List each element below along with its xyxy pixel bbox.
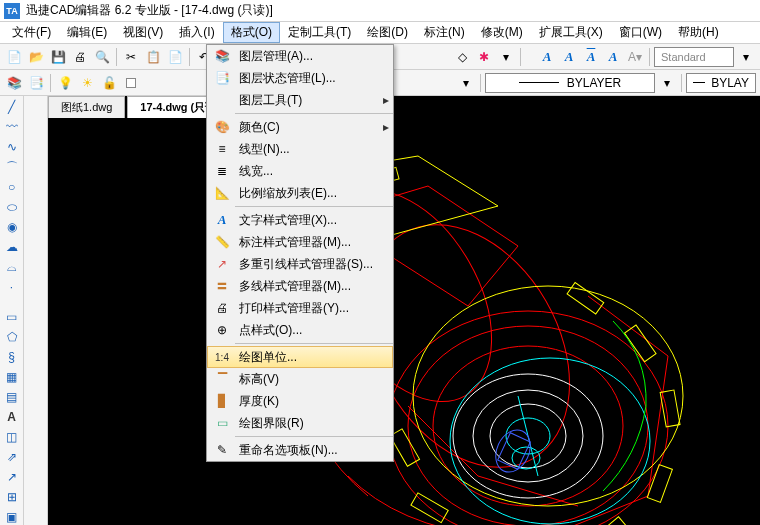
paste-button[interactable]: 📄 bbox=[165, 47, 185, 67]
ellipse-tool[interactable]: ⬭ bbox=[2, 198, 22, 216]
text-style-a1[interactable]: A bbox=[537, 47, 557, 67]
xline-tool[interactable]: ↗ bbox=[2, 468, 22, 486]
svg-rect-14 bbox=[592, 517, 628, 525]
menu-format[interactable]: 格式(O) bbox=[223, 22, 280, 43]
menu-window[interactable]: 窗口(W) bbox=[611, 22, 670, 43]
text-style-icon: A bbox=[211, 211, 233, 229]
menu-linetype[interactable]: ≡ 线型(N)... bbox=[207, 138, 393, 160]
text-style-a3[interactable]: A bbox=[581, 47, 601, 67]
limits-icon: ▭ bbox=[211, 414, 233, 432]
print-preview-button[interactable]: 🔍 bbox=[92, 47, 112, 67]
toolbar-separator bbox=[189, 48, 190, 66]
region-tool[interactable]: ▣ bbox=[2, 508, 22, 525]
app-icon: TA bbox=[4, 3, 20, 19]
cut-button[interactable]: ✂ bbox=[121, 47, 141, 67]
ray-tool[interactable]: ⇗ bbox=[2, 448, 22, 466]
menu-rename[interactable]: ✎ 重命名选项板(N)... bbox=[207, 439, 393, 461]
menu-view[interactable]: 视图(V) bbox=[115, 22, 171, 43]
menu-color[interactable]: 🎨 颜色(C) ▸ bbox=[207, 116, 393, 138]
menu-text-style[interactable]: A 文字样式管理(X)... bbox=[207, 209, 393, 231]
submenu-arrow-icon: ▸ bbox=[383, 93, 389, 107]
menu-annotation[interactable]: 标注(N) bbox=[416, 22, 473, 43]
title-text: 迅捷CAD编辑器 6.2 专业版 - [17-4.dwg (只读)] bbox=[26, 2, 273, 19]
menu-draw[interactable]: 绘图(D) bbox=[359, 22, 416, 43]
boundary-tool[interactable]: ▦ bbox=[2, 368, 22, 386]
table-tool[interactable]: ⊞ bbox=[2, 488, 22, 506]
polygon-tool[interactable]: ⬠ bbox=[2, 328, 22, 346]
point-tool[interactable]: · bbox=[2, 278, 22, 296]
ellipse-arc-tool[interactable]: ⌓ bbox=[2, 258, 22, 276]
menu-scale-list[interactable]: 📐 比例缩放列表(E)... bbox=[207, 182, 393, 204]
print-style-icon: 🖨 bbox=[211, 299, 233, 317]
menu-limits[interactable]: ▭ 绘图界限(R) bbox=[207, 412, 393, 434]
text-tool[interactable]: A bbox=[2, 408, 22, 426]
lock-icon[interactable]: 🔓 bbox=[99, 73, 119, 93]
menu-custom-tools[interactable]: 定制工具(T) bbox=[280, 22, 359, 43]
menu-mline-style[interactable]: 〓 多线样式管理器(M)... bbox=[207, 275, 393, 297]
linetype-icon: ≡ bbox=[211, 140, 233, 158]
text-style-a4[interactable]: A bbox=[603, 47, 623, 67]
menu-layer-tools[interactable]: 图层工具(T) ▸ bbox=[207, 89, 393, 111]
left-toolbar-2 bbox=[24, 96, 48, 525]
revcloud-tool[interactable]: ☁ bbox=[2, 238, 22, 256]
menu-layer-manage[interactable]: 📚 图层管理(A)... bbox=[207, 45, 393, 67]
spline-tool[interactable]: ∿ bbox=[2, 138, 22, 156]
bylayer-combo-1[interactable]: BYLAYER bbox=[485, 73, 655, 93]
menu-mleader-style[interactable]: ↗ 多重引线样式管理器(S)... bbox=[207, 253, 393, 275]
copy-button[interactable]: 📋 bbox=[143, 47, 163, 67]
menu-edit[interactable]: 编辑(E) bbox=[59, 22, 115, 43]
chevron-down-icon[interactable]: ▾ bbox=[456, 73, 476, 93]
new-file-button[interactable]: 📄 bbox=[4, 47, 24, 67]
menu-drawing-units[interactable]: 1:4 绘图单位... bbox=[207, 346, 393, 368]
text-style-a2[interactable]: A bbox=[559, 47, 579, 67]
menu-thickness[interactable]: ▊ 厚度(K) bbox=[207, 390, 393, 412]
arc-tool[interactable]: ⌒ bbox=[2, 158, 22, 176]
helix-tool[interactable]: § bbox=[2, 348, 22, 366]
drawing-canvas[interactable]: 图纸1.dwg 17-4.dwg (只读 bbox=[48, 96, 760, 525]
toolbar-separator bbox=[681, 74, 682, 92]
circle-tool[interactable]: ○ bbox=[2, 178, 22, 196]
style-dropdown-icon[interactable]: ▾ bbox=[736, 47, 756, 67]
text-style-select[interactable]: A▾ bbox=[625, 47, 645, 67]
scale-icon: 📐 bbox=[211, 184, 233, 202]
menu-lineweight[interactable]: ≣ 线宽... bbox=[207, 160, 393, 182]
menu-print-style[interactable]: 🖨 打印样式管理器(Y)... bbox=[207, 297, 393, 319]
mleader-icon: ↗ bbox=[211, 255, 233, 273]
menu-elevation[interactable]: ▔ 标高(V) bbox=[207, 368, 393, 390]
format-dropdown: 📚 图层管理(A)... 📑 图层状态管理(L)... 图层工具(T) ▸ 🎨 … bbox=[206, 44, 394, 462]
toolbar-separator bbox=[480, 74, 481, 92]
print-button[interactable]: 🖨 bbox=[70, 47, 90, 67]
color-button[interactable]: ✱ bbox=[474, 47, 494, 67]
chevron-down-icon[interactable]: ▾ bbox=[657, 73, 677, 93]
menu-layer-state[interactable]: 📑 图层状态管理(L)... bbox=[207, 67, 393, 89]
menu-dim-style[interactable]: 📏 标注样式管理器(M)... bbox=[207, 231, 393, 253]
menu-file[interactable]: 文件(F) bbox=[4, 22, 59, 43]
color-swatch[interactable] bbox=[121, 73, 141, 93]
menu-ext-tools[interactable]: 扩展工具(X) bbox=[531, 22, 611, 43]
save-button[interactable]: 💾 bbox=[48, 47, 68, 67]
menu-modify[interactable]: 修改(M) bbox=[473, 22, 531, 43]
dropdown-icon[interactable]: ▾ bbox=[496, 47, 516, 67]
rectangle-tool[interactable]: ▭ bbox=[2, 308, 22, 326]
style-combo[interactable]: Standard bbox=[654, 47, 734, 67]
block-tool[interactable]: ◫ bbox=[2, 428, 22, 446]
layer-prev-button[interactable]: 📑 bbox=[26, 73, 46, 93]
bylayer-combo-2[interactable]: BYLAY bbox=[686, 73, 756, 93]
sun-icon[interactable]: ☀ bbox=[77, 73, 97, 93]
donut-tool[interactable]: ◉ bbox=[2, 218, 22, 236]
menu-insert[interactable]: 插入(I) bbox=[171, 22, 222, 43]
line-tool[interactable]: ╱ bbox=[2, 98, 22, 116]
color-icon: 🎨 bbox=[211, 118, 233, 136]
layer-button[interactable]: 📚 bbox=[4, 73, 24, 93]
bulb-icon[interactable]: 💡 bbox=[55, 73, 75, 93]
point-style-icon: ⊕ bbox=[211, 321, 233, 339]
menu-help[interactable]: 帮助(H) bbox=[670, 22, 727, 43]
menu-separator bbox=[235, 436, 393, 437]
toolbar-separator bbox=[116, 48, 117, 66]
snap-button[interactable]: ◇ bbox=[452, 47, 472, 67]
menu-bar: 文件(F) 编辑(E) 视图(V) 插入(I) 格式(O) 定制工具(T) 绘图… bbox=[0, 22, 760, 44]
open-file-button[interactable]: 📂 bbox=[26, 47, 46, 67]
menu-point-style[interactable]: ⊕ 点样式(O)... bbox=[207, 319, 393, 341]
hatch-tool[interactable]: ▤ bbox=[2, 388, 22, 406]
polyline-tool[interactable]: 〰 bbox=[2, 118, 22, 136]
